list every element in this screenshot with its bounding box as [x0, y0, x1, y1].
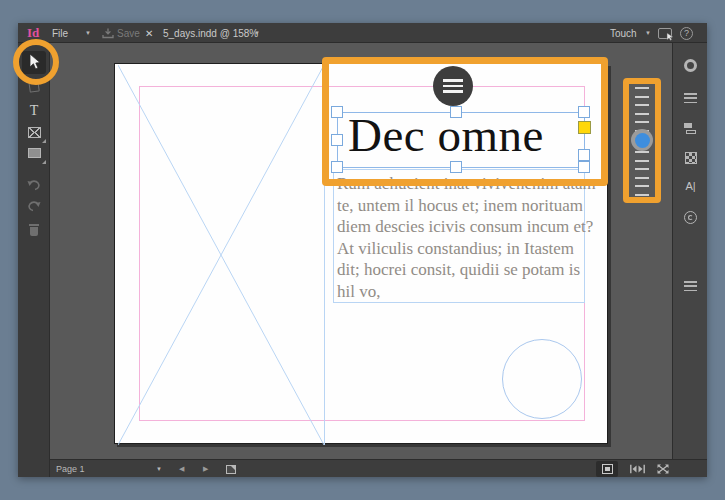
- fit-page-button[interactable]: [596, 461, 618, 477]
- actual-size-icon[interactable]: [657, 460, 669, 478]
- indesign-logo: Id: [27, 23, 39, 43]
- workspace-switcher[interactable]: Touch: [610, 23, 637, 43]
- size-slider-thumb[interactable]: [631, 129, 653, 151]
- page-tool-icon[interactable]: [18, 74, 50, 98]
- selected-title-frame[interactable]: Dec omne: [337, 112, 585, 168]
- circle-frame[interactable]: [502, 339, 582, 419]
- handle-top-left[interactable]: [331, 106, 343, 118]
- placeholder-frame[interactable]: [118, 65, 324, 445]
- title-text: Dec omne: [348, 108, 544, 162]
- body-line: diem descies icivis consum incum et?: [337, 216, 584, 238]
- handle-mid-right[interactable]: [578, 149, 590, 161]
- document-canvas[interactable]: Rum achucient inat vivivenenim atam te, …: [50, 43, 672, 459]
- handle-bottom-center[interactable]: [450, 161, 462, 173]
- help-icon[interactable]: ?: [680, 23, 693, 43]
- handle-mid-left[interactable]: [331, 134, 343, 146]
- indesign-window: Id File ▼ Save ✕ 5_days.indd @ 158% ▼ To…: [18, 23, 707, 477]
- workspace-dropdown-icon[interactable]: ▼: [645, 23, 651, 43]
- swatches-panel-icon[interactable]: [673, 148, 708, 168]
- title-bar: Id File ▼ Save ✕ 5_days.indd @ 158% ▼ To…: [18, 23, 707, 43]
- page-dropdown-icon[interactable]: ▼: [156, 460, 162, 478]
- handle-top-center[interactable]: [450, 106, 462, 118]
- character-panel-icon[interactable]: A|: [673, 176, 708, 196]
- slider-ticks-upper: [635, 87, 649, 133]
- tab-dropdown-icon[interactable]: ▼: [254, 23, 260, 43]
- desktop-background: Id File ▼ Save ✕ 5_days.indd @ 158% ▼ To…: [0, 0, 725, 500]
- cc-libraries-panel-icon[interactable]: [673, 207, 708, 227]
- context-menu-puck[interactable]: [433, 66, 473, 106]
- next-page-icon[interactable]: ▶: [203, 460, 208, 478]
- close-tab-icon[interactable]: ✕: [145, 23, 153, 43]
- panel-dock: A|: [672, 43, 707, 459]
- column-guide: [324, 64, 325, 445]
- stroke-panel-icon[interactable]: [673, 88, 708, 108]
- touch-mode-toggle-icon[interactable]: [658, 23, 672, 43]
- handle-bottom-right[interactable]: [578, 161, 590, 173]
- document-tab[interactable]: 5_days.indd @ 158%: [163, 23, 258, 43]
- rectangle-tool-flyout-indicator: [42, 160, 46, 164]
- color-panel-icon[interactable]: [673, 55, 708, 75]
- delete-icon[interactable]: [18, 218, 50, 242]
- file-menu-dropdown-icon[interactable]: ▼: [85, 23, 91, 43]
- fit-width-icon[interactable]: [630, 460, 645, 478]
- document-page[interactable]: Rum achucient inat vivivenenim atam te, …: [114, 63, 608, 444]
- file-menu[interactable]: File: [52, 23, 68, 43]
- corner-radius-handle[interactable]: [578, 121, 591, 134]
- status-bar: Page 1 ▼ ◀ ▶: [50, 459, 707, 477]
- handle-bottom-left[interactable]: [331, 161, 343, 173]
- page-indicator[interactable]: Page 1: [56, 460, 85, 478]
- page-transition-icon[interactable]: [226, 460, 236, 478]
- body-line: Rum achucient inat vivivenenim atam: [337, 173, 584, 195]
- save-icon[interactable]: [102, 23, 114, 43]
- slider-ticks-lower: [635, 151, 649, 199]
- body-line: At viliculis constandius; in Itastem: [337, 238, 584, 260]
- selection-tool-icon[interactable]: [18, 50, 50, 74]
- save-button[interactable]: Save: [117, 23, 140, 43]
- body-line: hil vo,: [337, 281, 584, 303]
- panel-menu-icon[interactable]: [673, 276, 708, 296]
- handle-top-right[interactable]: [578, 106, 590, 118]
- pages-panel-icon[interactable]: [673, 118, 708, 138]
- tools-panel: T: [18, 43, 50, 477]
- fit-page-icon: [602, 464, 613, 474]
- body-text-frame[interactable]: Rum achucient inat vivivenenim atam te, …: [333, 169, 585, 303]
- redo-icon[interactable]: [18, 194, 50, 218]
- body-line: dit; hocrei consit, quidii se potam is: [337, 259, 584, 281]
- body-line: te, untem il hocus et; inem norituam: [337, 195, 584, 217]
- previous-page-icon[interactable]: ◀: [179, 460, 184, 478]
